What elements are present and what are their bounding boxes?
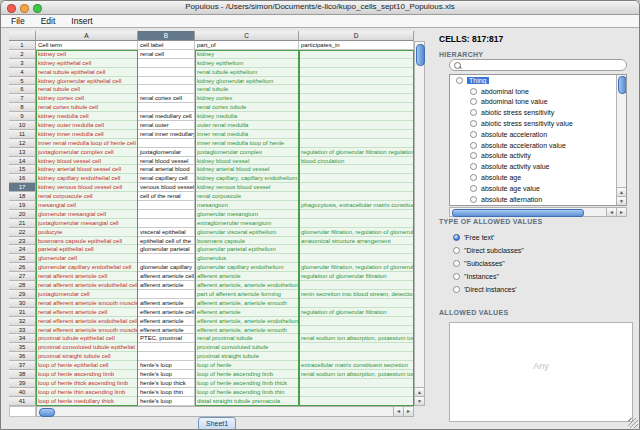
cell[interactable]: cell of the renal xyxy=(138,192,195,201)
hierarchy-item[interactable]: abiotic stress sensitivity xyxy=(450,107,626,118)
radio-icon[interactable] xyxy=(470,152,477,159)
radio-icon[interactable] xyxy=(453,260,460,267)
cell[interactable]: kidney medulla xyxy=(195,112,299,121)
cell[interactable]: renal outer xyxy=(138,121,195,130)
row-number[interactable]: 20 xyxy=(9,210,36,219)
cell[interactable]: glomerular capillary endothelial cell xyxy=(36,263,138,272)
cell[interactable]: renal capillary cell xyxy=(138,174,195,183)
hierarchy-item[interactable]: absolute activity xyxy=(450,151,626,162)
cell[interactable]: efferent arteriole, arteriole smooth xyxy=(195,326,299,335)
allowed-values-type-option[interactable]: 'Free text' xyxy=(453,231,524,244)
cell[interactable] xyxy=(138,290,195,299)
cell[interactable]: efferent arteriole xyxy=(195,308,299,317)
allowed-values-type-option[interactable]: 'Direct instances' xyxy=(453,283,524,296)
row-number[interactable]: 1 xyxy=(9,41,36,50)
cell[interactable]: renal arterial blood xyxy=(138,165,195,174)
hierarchy-scroll-right-icon[interactable]: ► xyxy=(616,208,626,216)
cell[interactable]: kidney venous blood vessel xyxy=(195,183,299,192)
row-number[interactable]: 31 xyxy=(9,308,36,317)
cell[interactable]: venous blood vessel cell xyxy=(138,183,195,192)
sheet-tab-sheet1[interactable]: Sheet1 xyxy=(198,417,236,430)
cell[interactable]: renal sodium ion absorption, potassium i… xyxy=(299,370,414,379)
cell[interactable] xyxy=(299,388,414,397)
cell[interactable]: kidney blood vessel xyxy=(195,157,299,166)
cell[interactable]: parietal epithelial cell xyxy=(36,245,138,254)
cell[interactable]: afferent arteriole xyxy=(195,272,299,281)
cell[interactable]: inner renal medulla loop of henle cell xyxy=(36,139,138,148)
cell[interactable]: glomerulus xyxy=(195,254,299,263)
cell[interactable] xyxy=(299,326,414,335)
cell[interactable]: afferent arteriole, arteriole smooth xyxy=(195,299,299,308)
cell[interactable]: kidney outer medulla cell xyxy=(36,121,138,130)
row-number[interactable]: 36 xyxy=(9,352,36,361)
cell[interactable]: cell label xyxy=(138,41,195,50)
cell[interactable]: renal tubule epithelium xyxy=(195,68,299,77)
cell[interactable]: renal tubule xyxy=(195,85,299,94)
column-header-a[interactable]: A xyxy=(36,31,138,41)
cell[interactable]: henle's loop thick xyxy=(138,379,195,388)
allowed-values-type-option[interactable]: "Instances" xyxy=(453,270,524,283)
cell[interactable]: juxtaglomerular complex cell xyxy=(36,148,138,157)
cell[interactable]: kidney capillary, capillary endothelium xyxy=(195,174,299,183)
cell[interactable]: renal corpuscule cell xyxy=(36,192,138,201)
radio-icon[interactable] xyxy=(453,234,460,241)
cell[interactable]: proximal tubule epithelial cell xyxy=(36,334,138,343)
cell[interactable]: glomerular capillary xyxy=(138,263,195,272)
cell[interactable] xyxy=(299,192,414,201)
cell[interactable]: part_of xyxy=(195,41,299,50)
cell[interactable]: henle's loop thin xyxy=(138,388,195,397)
row-number[interactable]: 30 xyxy=(9,299,36,308)
cell[interactable]: efferent arteriole xyxy=(138,326,195,335)
cell[interactable]: glomerular capillary endothelium xyxy=(195,263,299,272)
cell[interactable] xyxy=(138,68,195,77)
menu-file[interactable]: File xyxy=(11,16,25,26)
cell[interactable]: renal tubule cell xyxy=(36,85,138,94)
cell[interactable] xyxy=(138,85,195,94)
row-number[interactable]: 11 xyxy=(9,130,36,139)
radio-icon[interactable] xyxy=(470,142,477,149)
row-number[interactable]: 8 xyxy=(9,103,36,112)
cell[interactable]: mesangium xyxy=(195,201,299,210)
radio-icon[interactable] xyxy=(470,131,477,138)
cell[interactable]: renal afferent arteriole cell xyxy=(36,272,138,281)
row-number[interactable]: 16 xyxy=(9,174,36,183)
radio-icon[interactable] xyxy=(470,174,477,181)
radio-icon[interactable] xyxy=(470,120,477,127)
hierarchy-vertical-scrollbar[interactable]: ▲ ▼ xyxy=(616,75,626,205)
allowed-values-type-option[interactable]: "Subclasses" xyxy=(453,257,524,270)
radio-icon[interactable] xyxy=(453,247,460,254)
hierarchy-item[interactable]: absolute age xyxy=(450,172,626,183)
cell[interactable]: glomerular filtration, regulation of glo… xyxy=(299,228,414,237)
cell[interactable]: loop of henle ascending limb xyxy=(195,370,299,379)
row-number[interactable]: 4 xyxy=(9,68,36,77)
cell[interactable]: juxtaglomerular complex xyxy=(195,148,299,157)
row-number[interactable]: 25 xyxy=(9,254,36,263)
cell[interactable]: loop of henle ascending limb xyxy=(36,370,138,379)
row-number[interactable]: 17 xyxy=(9,183,36,192)
hierarchy-hscroll-thumb[interactable] xyxy=(452,209,584,217)
cell[interactable] xyxy=(299,59,414,68)
cell[interactable]: visceral epithelial xyxy=(138,228,195,237)
cell[interactable]: renal corpuscule xyxy=(195,192,299,201)
row-number[interactable]: 33 xyxy=(9,326,36,335)
menu-insert[interactable]: Insert xyxy=(71,16,92,26)
hierarchy-item[interactable]: Thing xyxy=(450,75,626,86)
cell[interactable]: loop of henle thin ascending limb xyxy=(36,388,138,397)
row-number[interactable]: 40 xyxy=(9,388,36,397)
cell[interactable]: kidney venous blood vessel cell xyxy=(36,183,138,192)
hierarchy-item[interactable]: absolute acceleration value xyxy=(450,140,626,151)
row-number[interactable]: 39 xyxy=(9,379,36,388)
cell[interactable]: kidney xyxy=(195,50,299,59)
hierarchy-scroll-up-icon[interactable]: ▲ xyxy=(617,187,626,196)
cell[interactable]: loop of henle xyxy=(195,361,299,370)
cell[interactable]: extracellular matrix constituent secreti… xyxy=(299,361,414,370)
allowed-values-type-option[interactable]: "Direct subclasses" xyxy=(453,244,524,257)
cell[interactable] xyxy=(138,139,195,148)
resize-grip[interactable] xyxy=(628,418,638,428)
cell[interactable]: kidney glomerular epithelial cell xyxy=(36,77,138,86)
cell[interactable]: distal straight tubule premacula xyxy=(195,397,299,406)
row-number[interactable]: 28 xyxy=(9,281,36,290)
row-number[interactable]: 7 xyxy=(9,94,36,103)
cell[interactable]: loop of henle medullary thick xyxy=(36,397,138,406)
cell[interactable] xyxy=(299,77,414,86)
